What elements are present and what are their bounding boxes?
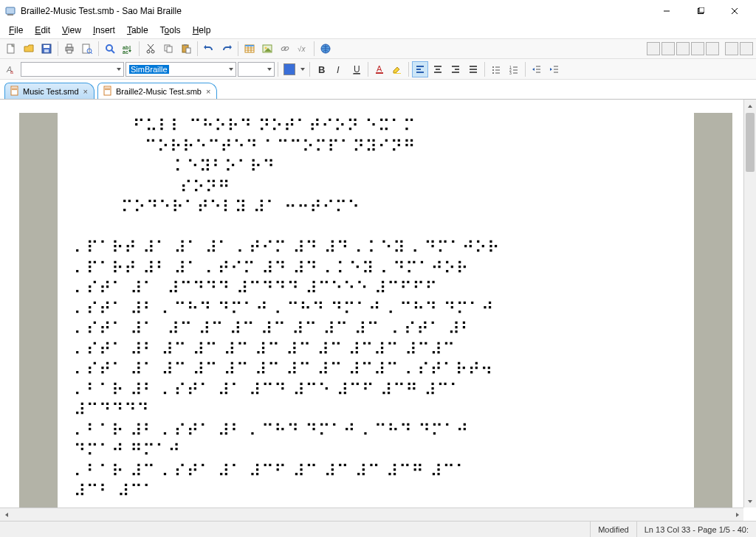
menu-tools[interactable]: Tools <box>154 24 187 37</box>
chevron-down-icon[interactable] <box>299 66 306 72</box>
tab-music-test-smd[interactable]: Music Test.smd × <box>4 83 94 99</box>
scroll-up-arrow[interactable] <box>744 100 756 112</box>
menubar: File Edit View Insert Table Tools Help <box>0 22 756 38</box>
svg-rect-60 <box>394 73 401 74</box>
page-paper[interactable]: ⠋⠥⠇⠇ ⠉⠓⠕⠗⠙ ⠝⠕⠞⠁⠞⠊⠕⠝ ⠑⠭⠁⠍ ⠉⠕⠗⠗⠑⠉⠞⠑⠙ ⠁⠉⠉⠕⠍… <box>59 113 693 507</box>
tab-braille2-music-test-smb[interactable]: Braille2-Music Test.smb × <box>97 83 217 99</box>
svg-rect-95 <box>12 89 17 90</box>
insert-image-button[interactable] <box>259 41 275 57</box>
view-box-1[interactable] <box>647 42 660 55</box>
underline-button[interactable]: U <box>348 61 365 77</box>
highlight-button[interactable] <box>389 61 405 77</box>
chevron-down-icon <box>228 65 234 74</box>
svg-rect-0 <box>6 7 15 14</box>
insert-link-button[interactable] <box>277 41 293 57</box>
svg-rect-30 <box>184 44 187 46</box>
braille-text[interactable]: ⠋⠥⠇⠇ ⠉⠓⠕⠗⠙ ⠝⠕⠞⠁⠞⠊⠕⠝ ⠑⠭⠁⠍ ⠉⠕⠗⠗⠑⠉⠞⠑⠙ ⠁⠉⠉⠕⠍… <box>59 113 693 505</box>
horizontal-scrollbar[interactable] <box>0 507 743 521</box>
font-color-button[interactable] <box>281 61 298 77</box>
cut-button[interactable] <box>142 41 159 57</box>
print-preview-button[interactable] <box>79 41 95 57</box>
svg-marker-52 <box>300 68 305 71</box>
svg-marker-88 <box>532 68 535 71</box>
copy-button[interactable] <box>160 41 176 57</box>
svg-point-23 <box>147 50 150 53</box>
scroll-left-arrow[interactable] <box>0 512 13 518</box>
tab-close-icon[interactable]: × <box>83 87 88 96</box>
paste-button[interactable] <box>178 41 194 57</box>
close-button[interactable] <box>718 0 752 22</box>
save-button[interactable] <box>38 41 55 57</box>
menu-table[interactable]: Table <box>121 24 154 37</box>
document-tabs: Music Test.smd × Braille2-Music Test.smb… <box>0 80 756 99</box>
tab-close-icon[interactable]: × <box>206 87 210 96</box>
vertical-scrollbar[interactable] <box>743 100 756 507</box>
web-button[interactable] <box>317 41 334 57</box>
numbering-button[interactable]: 123 <box>506 61 522 77</box>
svg-rect-39 <box>245 45 254 46</box>
tab-label: Music Test.smd <box>23 87 79 96</box>
replace-button[interactable]: abac <box>120 41 136 57</box>
tab-label: Braille2-Music Test.smb <box>116 87 202 96</box>
svg-rect-96 <box>104 86 111 95</box>
scroll-right-arrow[interactable] <box>731 512 743 518</box>
status-position: Ln 13 Col 33 - Page 1/5 - 40: <box>636 522 756 537</box>
bold-button[interactable]: B <box>313 61 329 77</box>
document-icon <box>10 86 20 97</box>
undo-button[interactable] <box>201 41 217 57</box>
svg-marker-49 <box>117 68 121 71</box>
view-box-5[interactable] <box>706 42 719 55</box>
size-combo[interactable] <box>238 62 275 77</box>
scroll-down-arrow[interactable] <box>744 495 756 507</box>
svg-point-77 <box>492 72 494 74</box>
open-button[interactable] <box>21 41 37 57</box>
view-box-6[interactable] <box>725 42 738 55</box>
scroll-thumb[interactable] <box>746 113 755 172</box>
svg-marker-22 <box>128 50 131 52</box>
svg-marker-32 <box>204 45 206 49</box>
increase-indent-button[interactable] <box>546 61 563 77</box>
italic-button[interactable]: I <box>331 61 347 77</box>
view-box-4[interactable] <box>691 42 704 55</box>
align-justify-button[interactable] <box>465 61 481 77</box>
svg-text:a: a <box>10 69 13 75</box>
view-box-7[interactable] <box>740 42 753 55</box>
menu-edit[interactable]: Edit <box>29 24 56 37</box>
bullets-button[interactable] <box>488 61 504 77</box>
svg-rect-14 <box>67 50 72 53</box>
view-box-3[interactable] <box>676 42 690 55</box>
svg-marker-50 <box>229 68 233 71</box>
style-combo[interactable] <box>21 62 124 77</box>
new-button[interactable] <box>3 41 19 57</box>
decrease-indent-button[interactable] <box>529 61 545 77</box>
print-button[interactable] <box>61 41 78 57</box>
svg-point-75 <box>492 69 494 71</box>
minimize-button[interactable] <box>650 0 684 22</box>
align-center-button[interactable] <box>430 61 446 77</box>
insert-table-button[interactable] <box>241 41 258 57</box>
statusbar: Modified Ln 13 Col 33 - Page 1/5 - 40: <box>0 521 756 537</box>
equation-button[interactable]: √x <box>295 41 311 57</box>
svg-rect-10 <box>44 45 49 48</box>
view-box-2[interactable] <box>662 42 675 55</box>
align-right-button[interactable] <box>447 61 464 77</box>
svg-marker-100 <box>748 500 752 503</box>
align-left-button[interactable] <box>412 61 428 77</box>
svg-text:3: 3 <box>509 71 512 75</box>
find-button[interactable] <box>102 41 118 57</box>
menu-file[interactable]: File <box>3 24 29 37</box>
menu-help[interactable]: Help <box>187 24 217 37</box>
svg-rect-94 <box>12 88 17 89</box>
svg-rect-4 <box>699 7 704 13</box>
svg-rect-1 <box>7 14 13 15</box>
font-style-button[interactable]: Aa <box>3 61 19 77</box>
svg-rect-93 <box>11 86 18 95</box>
svg-line-26 <box>148 44 153 50</box>
maximize-button[interactable] <box>684 0 718 22</box>
svg-marker-99 <box>748 105 752 108</box>
font-combo[interactable]: SimBraille <box>126 62 236 77</box>
menu-insert[interactable]: Insert <box>87 24 121 37</box>
text-color-button[interactable]: A <box>371 61 388 77</box>
redo-button[interactable] <box>219 41 235 57</box>
menu-view[interactable]: View <box>56 24 87 37</box>
